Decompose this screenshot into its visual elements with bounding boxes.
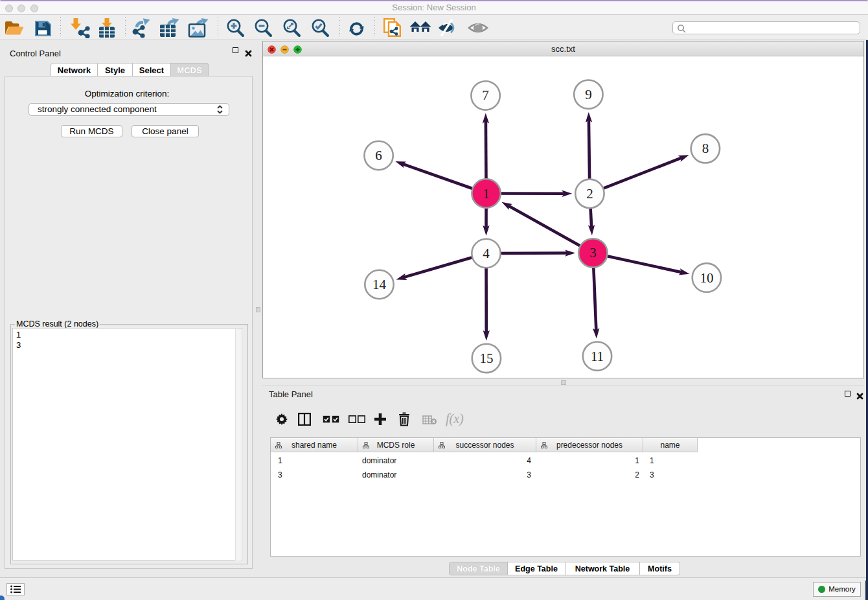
svg-text:1: 1: [483, 186, 490, 202]
svg-text:8: 8: [702, 141, 709, 156]
svg-text:14: 14: [372, 277, 387, 292]
svg-text:4: 4: [483, 246, 490, 261]
svg-text:7: 7: [482, 87, 489, 103]
svg-text:11: 11: [591, 349, 604, 364]
svg-text:9: 9: [585, 87, 592, 102]
svg-text:15: 15: [479, 351, 493, 366]
svg-text:6: 6: [375, 148, 382, 163]
svg-text:2: 2: [586, 186, 593, 202]
svg-text:10: 10: [700, 270, 713, 286]
svg-text:3: 3: [589, 245, 597, 260]
